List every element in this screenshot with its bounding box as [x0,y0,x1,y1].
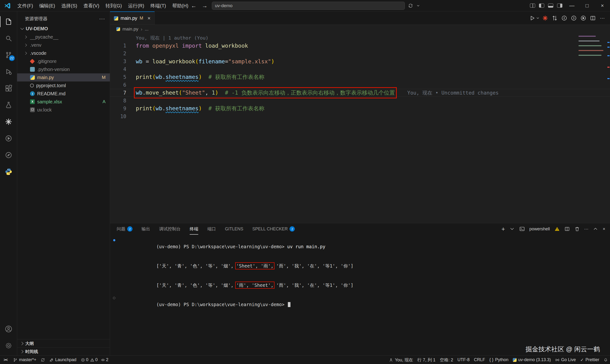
command-center-search[interactable]: uv-demo [212,2,405,10]
toggle-sidebar-icon[interactable] [537,0,546,12]
sidebar-section-header[interactable]: 时间线 [17,347,110,355]
panel-tab[interactable]: GITLENS [225,223,243,235]
panel-tab[interactable]: 输出 [142,223,150,235]
python-extension-icon[interactable] [0,163,17,180]
menu-item[interactable]: 转到(G) [103,0,125,12]
kill-terminal-icon[interactable] [574,226,580,232]
close-button[interactable]: × [595,0,610,12]
close-tab-icon[interactable]: × [147,15,151,21]
testing-flask-icon[interactable] [0,97,17,113]
eol-status[interactable]: CRLF [472,356,487,364]
encoding-status[interactable]: UTF-8 [455,356,472,364]
file-row[interactable]: README.md [17,90,110,98]
extensions-icon[interactable] [0,80,17,97]
compass-icon[interactable] [0,147,17,163]
gitlens-burst-icon[interactable] [0,113,17,130]
code-line[interactable]: 7 wb.move_sheet("Sheet", 1) # -1 负数表示向左移… [110,89,610,97]
code-editor[interactable]: You, 现在 | 1 author (You) 1 from openpyxl… [110,33,610,223]
layout-history-icon[interactable] [408,3,413,8]
code-line[interactable]: 1 from openpyxl import load_workbook [110,42,610,50]
panel-tab[interactable]: 问题 2 [117,223,132,235]
menu-item[interactable]: 查看(V) [80,0,103,12]
code-line[interactable]: 2 [110,50,610,57]
previous-change-icon[interactable] [560,14,569,22]
minimap[interactable] [579,36,605,91]
terminal-output[interactable]: (uv-demo) PS D:\workspace\vue-learning\u… [110,235,610,314]
terminal-dropdown-chevron-icon[interactable] [509,226,515,232]
gitlens-blame-status[interactable]: You, 现在 [387,356,415,364]
python-interpreter[interactable]: uv-demo (3.13.3) [511,356,553,364]
menu-item[interactable]: 帮助(H) [169,0,192,12]
go-back-icon[interactable]: ← [190,2,197,9]
file-row[interactable]: uv.lock [17,106,110,114]
prettier-status[interactable]: ✓ Prettier [578,356,601,364]
menu-item[interactable]: 选择(S) [58,0,80,12]
code-line[interactable]: 10 [110,112,610,120]
menu-item[interactable]: 终端(T) [147,0,169,12]
file-row[interactable]: .venv [17,41,110,49]
go-live[interactable]: Go Live [553,356,578,364]
minimize-button[interactable]: — [564,0,580,12]
extension-burst-icon[interactable] [541,14,549,22]
run-below-icon[interactable] [579,14,588,22]
more-actions-icon[interactable]: ··· [598,14,607,22]
run-circle-icon[interactable] [0,130,17,147]
tab-main-py[interactable]: main.py M × [110,12,155,25]
terminal-shell-label[interactable]: powershell [529,227,550,232]
project-root-row[interactable]: UV-DEMO [17,24,110,33]
gitlens-launchpad[interactable]: Launchpad [47,356,79,364]
menu-item[interactable]: 运行(R) [125,0,147,12]
code-line[interactable]: 9 print(wb.sheetnames) # 获取所有工作表名称 [110,104,610,112]
split-terminal-icon[interactable] [564,226,570,232]
go-forward-icon[interactable]: → [201,2,208,9]
file-row[interactable]: sample.xlsx A [17,98,110,106]
sync-changes-icon[interactable] [39,356,47,364]
menu-item[interactable]: 编辑(E) [36,0,58,12]
file-row[interactable]: __pycache__ [17,33,110,41]
more-actions-icon[interactable]: ··· [99,16,105,22]
more-actions-icon[interactable]: ··· [584,227,589,232]
toggle-secondary-sidebar-icon[interactable] [555,0,564,12]
git-branch-status[interactable]: master*+ [11,356,39,364]
sidebar-section-header[interactable]: 大纲 [17,339,110,347]
toggle-panel-icon[interactable] [546,0,555,12]
breadcrumb-symbol[interactable]: ... [145,26,149,32]
search-icon[interactable] [0,30,17,47]
menu-item[interactable]: 文件(F) [14,0,36,12]
maximize-button[interactable]: □ [580,0,595,12]
split-editor-icon[interactable] [589,14,597,22]
open-changes-icon[interactable] [550,14,559,22]
explorer-icon[interactable] [0,13,17,30]
settings-gear-icon[interactable] [0,337,17,354]
file-row[interactable]: .python-version [17,65,110,73]
new-terminal-icon[interactable]: + [501,225,505,233]
source-control-icon[interactable]: 22 [0,47,17,63]
run-dropdown-chevron-icon[interactable] [536,14,540,22]
maximize-panel-icon[interactable] [593,226,598,232]
cursor-position[interactable]: 行 7, 列 1 [415,356,438,364]
panel-tab[interactable]: SPELL CHECKER 2 [252,223,295,235]
panel-tab[interactable]: 终端 [190,223,198,235]
file-row[interactable]: pyproject.toml [17,81,110,90]
file-row[interactable]: .vscode [17,49,110,57]
indentation-status[interactable]: 空格: 2 [438,356,455,364]
problems-status[interactable]: 0 0 2 [79,356,111,364]
close-panel-icon[interactable]: × [603,227,605,232]
file-row[interactable]: .gitignore [17,57,110,65]
run-debug-icon[interactable] [0,63,17,80]
remote-indicator[interactable]: >< [0,356,11,364]
code-line[interactable]: 3 wb = load_workbook(filename="sample.xl… [110,57,610,65]
language-mode[interactable]: { } Python [487,356,511,364]
file-row[interactable]: main.py M [17,73,110,81]
code-line[interactable]: 6 [110,81,610,89]
accounts-icon[interactable] [0,321,17,337]
code-line[interactable]: 8 [110,97,610,104]
code-line[interactable]: 5 print(wb.sheetnames) # 获取所有工作表名称 [110,73,610,81]
run-python-file-icon[interactable] [528,14,537,22]
breadcrumb-file[interactable]: main.py [122,26,138,32]
notifications-bell-icon[interactable] [601,356,610,364]
code-line[interactable]: 4 [110,65,610,73]
next-change-icon[interactable] [570,14,578,22]
panel-tab[interactable]: 端口 [207,223,216,235]
chevron-down-icon[interactable] [416,4,420,8]
